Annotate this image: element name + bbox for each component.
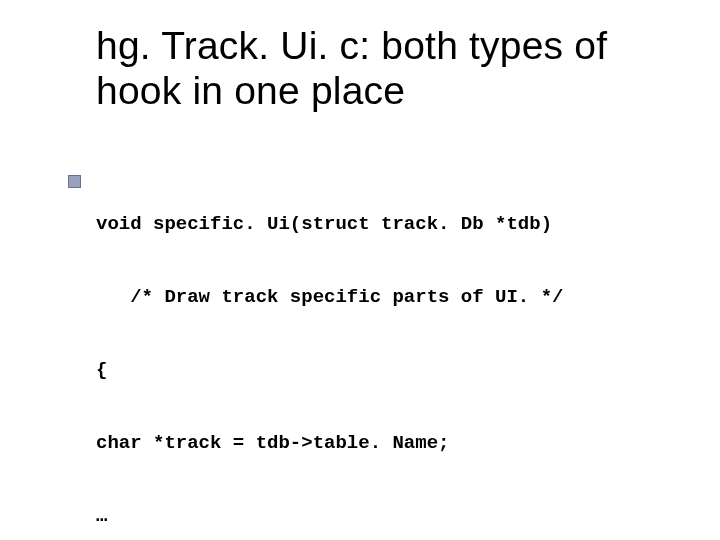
bullet-icon: [68, 175, 81, 188]
code-block: void specific. Ui(struct track. Db *tdb)…: [96, 164, 666, 540]
slide-title: hg. Track. Ui. c: both types of hook in …: [96, 24, 666, 114]
code-line: char *track = tdb->table. Name;: [96, 431, 666, 455]
code-line: {: [96, 358, 666, 382]
slide: hg. Track. Ui. c: both types of hook in …: [0, 0, 720, 540]
code-line: …: [96, 504, 666, 528]
code-line: void specific. Ui(struct track. Db *tdb): [96, 212, 666, 236]
code-line: /* Draw track specific parts of UI. */: [96, 285, 666, 309]
